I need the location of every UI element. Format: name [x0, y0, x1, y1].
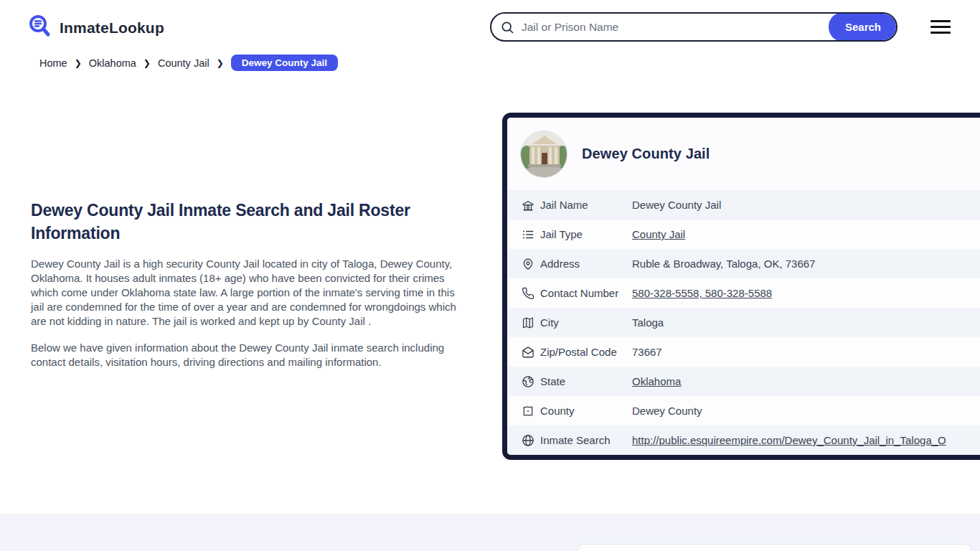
breadcrumb-oklahoma[interactable]: Oklahoma — [89, 57, 136, 69]
hamburger-bar — [930, 26, 951, 28]
search-button[interactable]: Search — [829, 12, 897, 42]
row-label: State — [540, 375, 632, 387]
table-row-zip: Zip/Postal Code 73667 — [507, 337, 980, 367]
table-row-jail-name: Jail Name Dewey County Jail — [507, 190, 980, 220]
row-label: City — [540, 316, 632, 329]
list-icon — [522, 228, 534, 241]
jail-search-bar: Search — [490, 12, 897, 42]
chevron-right-icon: ❯ — [143, 58, 151, 68]
mail-icon — [522, 346, 534, 359]
table-row-city: City Taloga — [507, 308, 980, 337]
breadcrumb-county-jail[interactable]: County Jail — [158, 57, 209, 69]
brand-logo[interactable]: InmateLookup — [27, 14, 164, 42]
table-row-state: State Oklahoma — [507, 367, 980, 396]
inmate-search-link[interactable]: http://public.esquireempire.com/Dewey_Co… — [632, 434, 946, 446]
map-marker-icon — [522, 405, 534, 418]
row-label: Address — [540, 258, 632, 270]
row-label: Contact Number — [540, 287, 632, 299]
hamburger-bar — [930, 32, 951, 34]
search-input[interactable] — [514, 14, 830, 40]
breadcrumb-home[interactable]: Home — [39, 57, 67, 69]
row-label: County — [540, 405, 632, 417]
state-link[interactable]: Oklahoma — [632, 375, 681, 387]
contact-number-link[interactable]: 580-328-5558, 580-328-5588 — [632, 287, 772, 299]
chevron-right-icon: ❯ — [75, 58, 82, 68]
jail-card-header: Dewey County Jail — [507, 118, 980, 190]
magnifier-logo-icon — [27, 14, 53, 42]
hamburger-bar — [930, 20, 951, 22]
row-value: Dewey County — [632, 405, 702, 417]
row-label: Jail Name — [540, 199, 632, 211]
article-paragraph-2: Below we have given information about th… — [31, 341, 458, 369]
row-label: Zip/Postal Code — [540, 346, 632, 358]
row-label: Inmate Search — [540, 434, 632, 446]
table-row-contact-number: Contact Number 580-328-5558, 580-328-558… — [507, 278, 980, 308]
chevron-right-icon: ❯ — [217, 58, 224, 68]
jail-details-table: Jail Name Dewey County Jail Jail Type Co… — [507, 190, 980, 455]
map-icon — [522, 316, 534, 329]
breadcrumb-current-badge: Dewey County Jail — [231, 55, 338, 71]
earth-icon — [522, 375, 534, 388]
row-value: Dewey County Jail — [632, 199, 721, 211]
jail-info-card: Dewey County Jail Jail Name Dewey County… — [502, 113, 980, 460]
breadcrumb: Home ❯ Oklahoma ❯ County Jail ❯ Dewey Co… — [39, 55, 338, 71]
bottom-card-edge — [578, 544, 971, 551]
jail-photo-avatar — [520, 131, 567, 178]
menu-hamburger-icon[interactable] — [930, 20, 951, 34]
table-row-jail-type: Jail Type County Jail — [507, 220, 980, 249]
article: Dewey County Jail Inmate Search and Jail… — [31, 199, 458, 369]
map-pin-icon — [522, 258, 534, 270]
phone-icon — [522, 287, 534, 300]
article-paragraph-1: Dewey County Jail is a high security Cou… — [31, 257, 458, 329]
row-value: Taloga — [632, 316, 664, 329]
globe-icon — [522, 434, 534, 447]
row-value: Ruble & Broadway, Taloga, OK, 73667 — [632, 258, 815, 270]
row-label: Jail Type — [540, 228, 632, 240]
table-row-address: Address Ruble & Broadway, Taloga, OK, 73… — [507, 249, 980, 278]
table-row-county: County Dewey County — [507, 396, 980, 425]
search-icon — [491, 14, 514, 40]
row-value: 73667 — [632, 346, 662, 358]
brand-name: InmateLookup — [60, 19, 164, 37]
page-title: Dewey County Jail Inmate Search and Jail… — [31, 199, 458, 245]
bank-icon — [522, 199, 534, 212]
page: InmateLookup Search Home ❯ Oklahoma ❯ Co… — [0, 0, 980, 551]
table-row-inmate-search: Inmate Search http://public.esquireempir… — [507, 425, 980, 455]
jail-type-link[interactable]: County Jail — [632, 228, 685, 240]
jail-card-title: Dewey County Jail — [582, 146, 710, 162]
